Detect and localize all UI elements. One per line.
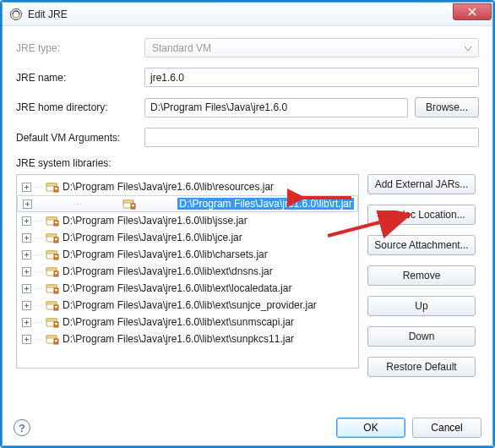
tree-item-label: D:\Program Files\Java\jre1.6.0\lib\jce.j… xyxy=(63,232,242,243)
svg-rect-6 xyxy=(123,200,133,203)
tree-item[interactable]: ⋯D:\Program Files\Java\jre1.6.0\lib\ext\… xyxy=(17,331,358,347)
svg-rect-12 xyxy=(55,221,57,223)
jre-home-input[interactable]: D:\Program Files\Java\jre1.6.0 xyxy=(144,98,408,117)
jar-icon xyxy=(46,299,59,311)
tree-item[interactable]: ⋯D:\Program Files\Java\jre1.6.0\lib\ext\… xyxy=(17,314,358,331)
browse-button[interactable]: Browse... xyxy=(415,97,479,117)
tree-item[interactable]: ⋯D:\Program Files\Java\jre1.6.0\lib\char… xyxy=(17,246,358,263)
expand-icon[interactable] xyxy=(22,216,31,226)
expand-icon[interactable] xyxy=(22,284,31,293)
expand-icon[interactable] xyxy=(22,233,31,243)
app-icon xyxy=(9,8,23,21)
tree-item[interactable]: ⋯D:\Program Files\Java\jre1.6.0\lib\reso… xyxy=(17,178,358,195)
svg-rect-28 xyxy=(55,289,57,291)
tree-item-label: D:\Program Files\Java\jre1.6.0\lib\resou… xyxy=(63,181,274,193)
jar-icon xyxy=(46,316,59,328)
add-external-jars-button[interactable]: Add External JARs... xyxy=(367,174,476,194)
chevron-down-icon xyxy=(465,42,471,54)
close-button[interactable] xyxy=(453,3,492,20)
expand-icon[interactable] xyxy=(22,318,31,327)
cancel-button[interactable]: Cancel xyxy=(412,418,481,438)
dialog-content: JRE type: Standard VM JRE name: jre1.6.0… xyxy=(3,26,492,382)
svg-rect-10 xyxy=(46,217,57,220)
svg-rect-22 xyxy=(46,268,57,270)
library-tree[interactable]: ⋯D:\Program Files\Java\jre1.6.0\lib\reso… xyxy=(16,174,359,369)
svg-rect-26 xyxy=(46,285,57,287)
dialog-footer: ? OK Cancel xyxy=(14,418,481,438)
ok-button[interactable]: OK xyxy=(336,418,405,438)
jre-type-label: JRE type: xyxy=(16,42,144,54)
jar-icon xyxy=(46,282,59,294)
svg-rect-34 xyxy=(46,319,57,321)
javadoc-location-button[interactable]: Javadoc Location... xyxy=(367,205,476,225)
sys-libs-label: JRE system libraries: xyxy=(16,157,479,169)
svg-rect-18 xyxy=(46,251,57,254)
up-button[interactable]: Up xyxy=(367,296,476,316)
svg-rect-24 xyxy=(55,272,57,274)
jar-icon xyxy=(46,232,59,243)
tree-item-label: D:\Program Files\Java\jre1.6.0\lib\ext\s… xyxy=(63,316,294,328)
expand-icon[interactable] xyxy=(23,199,32,209)
svg-rect-16 xyxy=(55,238,57,240)
tree-item[interactable]: ⋯D:\Program Files\Java\jre1.6.0\lib\jce.… xyxy=(17,229,358,246)
titlebar: Edit JRE xyxy=(3,3,492,26)
tree-item[interactable]: ⋯D:\Program Files\Java\jre1.6.0\lib\jsse… xyxy=(17,212,358,229)
jar-icon xyxy=(46,249,59,260)
jar-icon xyxy=(46,181,59,193)
source-attachment-button[interactable]: Source Attachment... xyxy=(367,235,476,255)
svg-rect-32 xyxy=(55,306,57,308)
tree-item[interactable]: ⋯D:\Program Files\Java\jre1.6.0\lib\ext\… xyxy=(17,280,358,297)
svg-rect-4 xyxy=(55,188,57,189)
svg-rect-8 xyxy=(132,205,134,206)
default-args-label: Default VM Arguments: xyxy=(16,132,144,144)
svg-rect-38 xyxy=(46,336,57,338)
jar-icon xyxy=(46,333,59,345)
jre-home-label: JRE home directory: xyxy=(16,101,144,113)
jre-type-select: Standard VM xyxy=(144,38,479,57)
svg-rect-2 xyxy=(46,183,57,186)
jre-type-value: Standard VM xyxy=(152,42,211,54)
svg-rect-20 xyxy=(55,255,57,257)
expand-icon[interactable] xyxy=(22,301,31,310)
tree-item-label: D:\Program Files\Java\jre1.6.0\lib\rt.ja… xyxy=(177,198,354,210)
remove-button[interactable]: Remove xyxy=(367,265,476,286)
svg-rect-36 xyxy=(55,323,57,325)
tree-item[interactable]: ⋯D:\Program Files\Java\jre1.6.0\lib\ext\… xyxy=(17,263,358,280)
svg-rect-40 xyxy=(55,340,57,341)
expand-icon[interactable] xyxy=(22,250,31,260)
tree-item-label: D:\Program Files\Java\jre1.6.0\lib\ext\s… xyxy=(63,299,317,311)
tree-item[interactable]: ⋯D:\Program Files\Java\jre1.6.0\lib\ext\… xyxy=(17,297,358,314)
tree-item-label: D:\Program Files\Java\jre1.6.0\lib\jsse.… xyxy=(63,215,248,227)
jar-icon xyxy=(122,198,136,210)
help-button[interactable]: ? xyxy=(14,419,30,436)
tree-item[interactable]: ⋯D:\Program Files\Java\jre1.6.0\lib\rt.j… xyxy=(17,195,358,212)
jre-name-label: JRE name: xyxy=(16,72,144,84)
tree-item-label: D:\Program Files\Java\jre1.6.0\lib\ext\d… xyxy=(63,265,273,277)
tree-item-label: D:\Program Files\Java\jre1.6.0\lib\ext\l… xyxy=(63,282,291,294)
default-args-input[interactable] xyxy=(144,128,479,147)
jar-icon xyxy=(46,215,59,227)
jre-name-input[interactable]: jre1.6.0 xyxy=(144,68,479,87)
expand-icon[interactable] xyxy=(22,335,31,344)
down-button[interactable]: Down xyxy=(367,326,476,347)
restore-default-button[interactable]: Restore Default xyxy=(367,357,476,377)
expand-icon[interactable] xyxy=(22,183,31,192)
expand-icon[interactable] xyxy=(22,267,31,276)
jar-icon xyxy=(46,265,59,277)
tree-item-label: D:\Program Files\Java\jre1.6.0\lib\chars… xyxy=(63,249,268,260)
svg-rect-30 xyxy=(46,302,57,304)
window-title: Edit JRE xyxy=(28,8,453,20)
svg-rect-14 xyxy=(46,234,57,237)
library-buttons: Add External JARs... Javadoc Location...… xyxy=(367,174,479,382)
tree-item-label: D:\Program Files\Java\jre1.6.0\lib\ext\s… xyxy=(63,333,294,345)
